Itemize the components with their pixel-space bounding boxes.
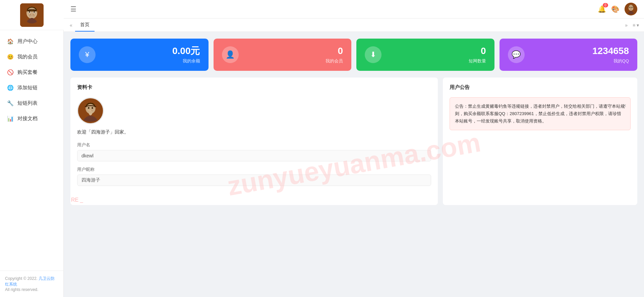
nickname-label: 用户昵称 bbox=[77, 166, 431, 172]
announcement-title: 用户公告 bbox=[450, 84, 631, 91]
nickname-group: 用户昵称 bbox=[77, 166, 431, 186]
balance-value: 0.00元 bbox=[172, 45, 200, 57]
qq-stat-icon: 💬 bbox=[508, 46, 525, 63]
footer-copyright: Copyright © 2022. bbox=[5, 276, 38, 281]
qq-value: 1234658 bbox=[592, 45, 629, 57]
announcement-close-button[interactable]: × bbox=[623, 101, 626, 110]
announcement-card: 用户公告 × 公告：禁止生成黄赌毒钓鱼等违规链接，违者封禁用户，转交给相关部门，… bbox=[443, 78, 637, 205]
stat-card-shorturl[interactable]: ⬇ 0 短网数量 bbox=[356, 39, 494, 71]
home-icon: 🏠 bbox=[7, 38, 14, 45]
sidebar-nav: 🏠 用户中心 😊 我的会员 🚫 购买套餐 🌐 添加短链 🔧 短链列表 📊 对接文… bbox=[0, 30, 63, 270]
footer-rights: All rights reserved. bbox=[5, 287, 38, 292]
shorturl-info: 0 短网数量 bbox=[469, 45, 486, 64]
sidebar-item-my-member[interactable]: 😊 我的会员 bbox=[0, 49, 63, 64]
stats-row: ¥ 0.00元 我的余额 👤 0 我的会员 ⬇ bbox=[70, 39, 637, 71]
sidebar-item-user-center[interactable]: 🏠 用户中心 bbox=[0, 34, 63, 49]
tab-right-controls: » ≡ ▾ bbox=[623, 18, 641, 32]
svg-point-15 bbox=[632, 7, 633, 8]
member-icon: 😊 bbox=[7, 53, 14, 60]
shorturl-value: 0 bbox=[469, 45, 486, 57]
header-right: 🔔 0 🎨 bbox=[598, 3, 637, 15]
sidebar-item-shortlink-list[interactable]: 🔧 短链列表 bbox=[0, 95, 63, 111]
shorturl-stat-icon: ⬇ bbox=[365, 46, 382, 63]
page-body: zunyueyuanma.com RE _ ¥ 0.00元 我的余额 👤 0 bbox=[64, 32, 644, 297]
username-group: 用户名 bbox=[77, 142, 431, 161]
member-label: 我的会员 bbox=[326, 58, 343, 64]
profile-avatar bbox=[77, 97, 104, 124]
notification-badge: 0 bbox=[603, 3, 608, 7]
sidebar: 🏠 用户中心 😊 我的会员 🚫 购买套餐 🌐 添加短链 🔧 短链列表 📊 对接文… bbox=[0, 0, 64, 297]
username-input[interactable] bbox=[77, 150, 431, 161]
stat-card-qq[interactable]: 💬 1234658 我的QQ bbox=[500, 39, 638, 71]
sidebar-avatar bbox=[20, 3, 44, 27]
sidebar-item-add-shortlink[interactable]: 🌐 添加短链 bbox=[0, 80, 63, 95]
member-stat-icon: 👤 bbox=[222, 46, 239, 63]
tab-bar: « 首页 » ≡ ▾ bbox=[64, 18, 644, 32]
tab-next-button[interactable]: » bbox=[623, 22, 629, 28]
announcement-box: × 公告：禁止生成黄赌毒钓鱼等违规链接，违者封禁用户，转交给相关部门，请遵守本站… bbox=[450, 97, 631, 130]
sidebar-item-api-docs[interactable]: 📊 对接文档 bbox=[0, 111, 63, 126]
header-left: ☰ bbox=[70, 5, 76, 13]
qq-info: 1234658 我的QQ bbox=[592, 45, 629, 64]
user-avatar-header[interactable] bbox=[625, 3, 637, 15]
hamburger-button[interactable]: ☰ bbox=[70, 5, 76, 13]
sidebar-item-label: 短链列表 bbox=[17, 100, 38, 106]
svg-point-6 bbox=[29, 11, 30, 13]
tab-menu-button[interactable]: ≡ ▾ bbox=[631, 22, 641, 28]
theme-button[interactable]: 🎨 bbox=[611, 5, 620, 13]
qq-label: 我的QQ bbox=[592, 58, 629, 64]
balance-label: 我的余额 bbox=[172, 58, 200, 64]
palette-icon: 🎨 bbox=[611, 5, 620, 13]
profile-welcome: 欢迎「四海游子」回家。 bbox=[77, 129, 431, 135]
link-icon: 🌐 bbox=[7, 84, 14, 91]
shorturl-label: 短网数量 bbox=[469, 58, 486, 64]
notification-button[interactable]: 🔔 0 bbox=[598, 5, 606, 13]
svg-point-20 bbox=[88, 107, 90, 109]
stat-card-balance[interactable]: ¥ 0.00元 我的余额 bbox=[70, 39, 209, 71]
sidebar-item-buy-package[interactable]: 🚫 购买套餐 bbox=[0, 64, 63, 80]
svg-point-14 bbox=[630, 7, 631, 8]
stat-card-member[interactable]: 👤 0 我的会员 bbox=[214, 39, 352, 71]
sidebar-logo bbox=[0, 0, 64, 30]
buy-icon: 🚫 bbox=[7, 68, 14, 76]
sidebar-item-label: 添加短链 bbox=[17, 85, 38, 91]
list-icon: 🔧 bbox=[7, 99, 14, 107]
balance-info: 0.00元 我的余额 bbox=[172, 45, 200, 64]
docs-icon: 📊 bbox=[7, 115, 14, 122]
tab-home[interactable]: 首页 bbox=[75, 18, 95, 32]
sidebar-item-label: 购买套餐 bbox=[17, 69, 38, 76]
top-header: ☰ 🔔 0 🎨 bbox=[64, 0, 644, 18]
announcement-content: 公告：禁止生成黄赌毒钓鱼等违规链接，违者封禁用户，转交给相关部门，请遵守本站规则… bbox=[455, 104, 625, 123]
member-info: 0 我的会员 bbox=[326, 45, 343, 64]
username-label: 用户名 bbox=[77, 142, 431, 148]
svg-point-7 bbox=[34, 11, 35, 13]
profile-card: 资料卡 欢迎「四海 bbox=[70, 78, 438, 205]
content-row: 资料卡 欢迎「四海 bbox=[70, 78, 637, 205]
main-content: ☰ 🔔 0 🎨 bbox=[64, 0, 644, 297]
sidebar-item-label: 对接文档 bbox=[17, 115, 38, 122]
sidebar-footer: Copyright © 2022. 几卫云防红系统 All rights res… bbox=[0, 270, 63, 297]
svg-point-13 bbox=[629, 5, 633, 10]
sidebar-item-label: 我的会员 bbox=[17, 54, 38, 60]
svg-rect-8 bbox=[27, 10, 36, 11]
balance-icon: ¥ bbox=[79, 46, 96, 63]
tab-prev-button[interactable]: « bbox=[67, 18, 75, 32]
profile-card-title: 资料卡 bbox=[77, 84, 431, 91]
nickname-input[interactable] bbox=[77, 175, 431, 186]
svg-point-21 bbox=[92, 107, 93, 109]
sidebar-item-label: 用户中心 bbox=[17, 38, 38, 45]
member-value: 0 bbox=[326, 45, 343, 57]
